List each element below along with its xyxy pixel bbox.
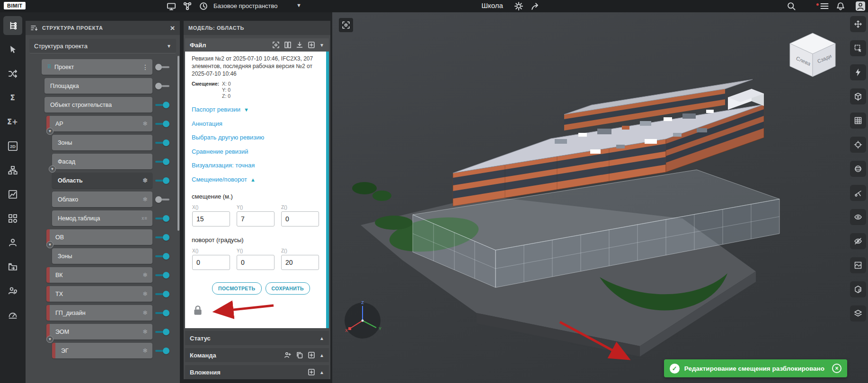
link-Паспорт ревизии[interactable]: Паспорт ревизии▼ xyxy=(192,106,322,113)
visibility-toggle[interactable] xyxy=(155,291,169,297)
search-icon[interactable] xyxy=(787,1,796,11)
visibility-toggle[interactable] xyxy=(155,234,169,241)
attachments-chevron-icon[interactable]: ▲ xyxy=(319,370,324,375)
copy-icon[interactable] xyxy=(296,351,303,359)
section-cube-icon[interactable] xyxy=(850,88,866,104)
visibility-toggle[interactable] xyxy=(155,64,169,70)
navigation-cube[interactable]: Слева Сзади xyxy=(784,30,841,79)
rotation-x-input[interactable] xyxy=(192,255,230,270)
user-location-icon[interactable] xyxy=(3,281,22,300)
visibility-toggle[interactable] xyxy=(155,196,169,203)
tree-item-Область[interactable]: Область❄ xyxy=(52,173,152,188)
workspace-selector[interactable]: Базовое пространство xyxy=(213,2,278,9)
status-section-header[interactable]: Статус ▲ xyxy=(185,331,329,345)
history-icon[interactable] xyxy=(199,1,208,11)
structure-icon[interactable] xyxy=(3,16,22,35)
select-box-icon[interactable] xyxy=(850,40,866,56)
target-icon[interactable] xyxy=(850,137,866,153)
expand-toggle-icon[interactable]: ▼ xyxy=(46,336,53,343)
panel-scrollbar[interactable] xyxy=(326,52,329,328)
file-section-header[interactable]: Файл ▼ xyxy=(185,38,329,52)
modules-icon[interactable] xyxy=(3,209,22,228)
expand-toggle-icon[interactable]: ▼ xyxy=(49,165,56,173)
structure-scrollbar[interactable] xyxy=(177,56,179,231)
user-avatar[interactable] xyxy=(856,1,865,11)
link-Аннотация[interactable]: Аннотация xyxy=(192,120,322,127)
tree-item-Зоны[interactable]: Зоны xyxy=(52,248,152,264)
download-icon[interactable] xyxy=(296,41,303,49)
offset-y-input[interactable] xyxy=(237,211,275,226)
tree-item-Зоны[interactable]: Зоны xyxy=(52,135,152,150)
visibility-toggle[interactable] xyxy=(155,253,169,260)
link-Смещение/поворот[interactable]: Смещение/поворот▲ xyxy=(192,176,322,183)
share-icon[interactable] xyxy=(531,1,540,11)
file-collapse-chevron-icon[interactable]: ▼ xyxy=(319,43,324,48)
tree-item-ВК[interactable]: ВК❄ xyxy=(46,267,152,283)
visibility-toggle[interactable] xyxy=(155,272,169,279)
link-Сравнение ревизий[interactable]: Сравнение ревизий xyxy=(192,148,322,155)
layers-icon[interactable] xyxy=(850,305,866,322)
tree-item-Немод.таблица[interactable]: Немод.таблицаx≡ xyxy=(52,210,152,226)
offset-x-input[interactable] xyxy=(192,211,230,226)
eye-icon[interactable] xyxy=(850,209,866,225)
visibility-toggle[interactable] xyxy=(155,139,169,146)
tree-item-ГП_дизайн[interactable]: ГП_дизайн❄ xyxy=(46,305,152,321)
fit-view-button[interactable] xyxy=(339,18,353,32)
axes-gizmo[interactable]: Z X Y xyxy=(341,299,384,342)
tree-item-ЭОМ[interactable]: ЭОМ❄▼ xyxy=(46,324,152,339)
save-button[interactable]: СОХРАНИТЬ xyxy=(266,282,310,295)
add-icon[interactable] xyxy=(308,41,315,49)
visibility-toggle[interactable] xyxy=(155,158,169,165)
tree-item-ЭГ[interactable]: ЭГ❄ xyxy=(52,343,152,358)
compare-icon[interactable] xyxy=(284,41,292,49)
viewport-3d[interactable]: Слева Сзади Z X Y xyxy=(332,12,868,383)
link-Визуализация: точная[interactable]: Визуализация: точная xyxy=(192,162,322,169)
attachments-section-header[interactable]: Вложения ▲ xyxy=(185,365,329,379)
toast-close-icon[interactable]: × xyxy=(832,364,841,373)
screen-icon[interactable] xyxy=(167,1,176,11)
solid-view-icon[interactable] xyxy=(850,281,866,297)
share-folder-icon[interactable] xyxy=(3,257,22,276)
tree-item-Объект строительства[interactable]: Объект строительства xyxy=(44,97,152,113)
item-menu-icon[interactable]: ⋮ xyxy=(142,63,149,71)
tree-item-АР[interactable]: АР❄▼ xyxy=(46,116,152,131)
connections-icon[interactable] xyxy=(3,64,22,83)
close-panel-icon[interactable]: × xyxy=(170,24,175,32)
settings-gear-icon[interactable] xyxy=(514,1,523,11)
notifications-bell-icon[interactable] xyxy=(836,1,845,11)
add-icon[interactable] xyxy=(308,351,315,359)
link-Выбрать другую ревизию[interactable]: Выбрать другую ревизию xyxy=(192,134,322,141)
structure-selector[interactable]: Структура проекта ▼ xyxy=(29,39,176,53)
sum-icon[interactable]: Σ xyxy=(3,88,22,107)
team-chevron-icon[interactable]: ▲ xyxy=(319,353,324,358)
tree-item-Фасад[interactable]: Фасад▼ xyxy=(52,154,152,169)
visibility-toggle[interactable] xyxy=(155,310,169,316)
tree-item-Площадка[interactable]: Площадка xyxy=(44,78,152,94)
expand-toggle-icon[interactable]: ▼ xyxy=(46,241,53,248)
rotation-z-input[interactable] xyxy=(281,255,319,270)
expand-toggle-icon[interactable]: ▼ xyxy=(46,128,53,135)
eye-off-icon[interactable] xyxy=(850,233,866,249)
grid-icon[interactable] xyxy=(850,113,866,129)
visibility-toggle[interactable] xyxy=(155,102,169,108)
sphere-icon[interactable] xyxy=(850,161,866,177)
tree-item-Облако[interactable]: Облако❄ xyxy=(52,192,152,207)
menu-list-icon[interactable] xyxy=(820,1,829,11)
sum-add-icon[interactable]: Σ+ xyxy=(3,113,22,131)
sort-icon[interactable] xyxy=(30,24,38,32)
2d-icon[interactable]: 2D xyxy=(3,137,22,156)
gauge-icon[interactable] xyxy=(3,305,22,324)
rotation-y-input[interactable] xyxy=(237,255,275,270)
tree-item-ОВ[interactable]: ОВ▼ xyxy=(46,229,152,245)
analytics-icon[interactable] xyxy=(3,185,22,204)
team-section-header[interactable]: Команда ▲ xyxy=(185,348,329,362)
drag-handle-icon[interactable]: ⠿ xyxy=(47,64,51,70)
tree-item-ТХ[interactable]: ТХ❄ xyxy=(46,286,152,302)
status-chevron-icon[interactable]: ▲ xyxy=(319,336,324,341)
offset-z-input[interactable] xyxy=(281,211,319,226)
focus-model-icon[interactable] xyxy=(272,41,280,49)
add-icon[interactable] xyxy=(308,368,315,376)
visibility-toggle[interactable] xyxy=(155,329,169,335)
collaboration-icon[interactable] xyxy=(183,1,192,11)
hierarchy-icon[interactable] xyxy=(3,161,22,180)
